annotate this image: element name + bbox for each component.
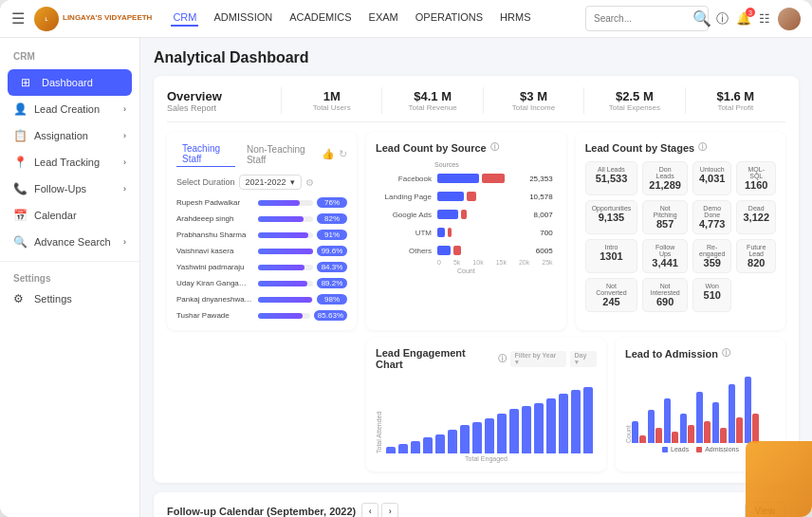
stage-label: Future Lead [743,244,769,257]
info-icon: ⓘ [490,141,499,154]
stage-label: Won [699,283,726,289]
staff-bar-fill [258,265,304,270]
logo-text: LINGAYA'S VIDYAPEETH [63,14,152,23]
source-bar-red [448,228,452,237]
stage-value: 9,135 [592,212,632,223]
bar-group [729,384,743,443]
bar-column [448,430,457,453]
nav-links: CRM ADMISSION ACADEMICS EXAM OPERATIONS … [171,11,532,27]
next-arrow[interactable]: › [381,503,398,518]
staff-item: Arahdeeep singh 82% [176,213,347,224]
help-icon[interactable]: ⓘ [716,10,729,28]
sidebar-item-calendar[interactable]: 📅 Calendar [0,202,139,229]
chart-footer: Count [376,268,557,274]
staff-bar-bg [258,216,313,222]
source-bar-blue [437,246,451,255]
sidebar-item-label: Advance Search [34,236,116,248]
bar-fill [398,444,408,453]
staff-item: Vaishnavi kasera 99.6% [176,246,347,256]
source-bars [437,244,530,257]
lead-source-card: Lead Count by Source ⓘ Sources Facebook … [366,132,566,330]
duration-label: Select Duration [176,177,235,187]
stat-label: Total Revenue [392,103,472,112]
overview-subtitle: Sales Report [167,103,281,113]
staff-bar-fill [258,249,313,254]
bar-column [485,418,494,453]
search-input[interactable] [594,13,689,24]
sidebar-item-advance-search[interactable]: 🔍 Advance Search › [0,229,139,255]
hamburger-icon[interactable]: ☰ [11,9,25,28]
source-bars [437,172,524,185]
stat-value: $4.1 M [392,89,472,103]
bar-red [672,432,678,443]
user-icon[interactable]: ☷ [759,11,770,26]
bar-red [655,428,662,443]
engagement-card: Lead Engagement Chart ⓘ Filter by Year ▾… [366,338,606,471]
bar-fill [509,409,519,453]
source-row: UTM 700 [379,226,553,239]
card-tabs: Teaching Staff Non-Teaching Staff 👍 ↻ [176,141,347,167]
staff-bar-bg [258,232,313,238]
source-bar-blue [437,228,445,237]
sidebar-item-settings[interactable]: ⚙ Settings [0,286,139,312]
notification-icon[interactable]: 🔔3 [736,11,751,26]
staff-bar-section: 98% [258,294,347,305]
prev-arrow[interactable]: ‹ [361,503,378,518]
day-label[interactable]: Day ▾ [570,351,598,367]
bar-fill [423,437,433,453]
search-icon: 🔍 [13,235,27,249]
nav-exam[interactable]: EXAM [367,11,400,27]
engagement-title: Lead Engagement Chart ⓘ Filter by Year ▾… [376,347,597,370]
bar-red [720,428,727,443]
sidebar-item-dashboard[interactable]: ⊞ Dashboard [8,69,132,96]
sidebar-item-lead-creation[interactable]: 👤 Lead Creation › [0,96,139,122]
nav-academics[interactable]: ACADEMICS [287,11,353,27]
legend-admissions: Admissions [696,446,739,452]
nav-crm[interactable]: CRM [171,11,198,27]
lead-tracking-icon: 📍 [13,156,27,169]
source-label: UTM [379,229,432,237]
filter-label[interactable]: Filter by Year ▾ [510,351,566,367]
legend-leads-label: Leads [671,446,689,452]
stat-value: 1M [291,89,372,103]
bar-column [472,422,482,453]
staff-percent: 85.63% [314,310,347,321]
staff-bar-bg [258,249,313,254]
nav-operations[interactable]: OPERATIONS [414,11,485,27]
staff-name: Yashwini padmaraju [176,263,252,271]
bar-blue [632,421,638,443]
bar-blue [745,377,751,443]
bar-fill [497,414,507,453]
admission-title: Lead to Admission ⓘ [625,347,776,360]
dashboard-icon: ⊞ [21,76,34,89]
sidebar-item-assignation[interactable]: 📋 Assignation › [0,122,139,149]
tab-non-teaching[interactable]: Non-Teaching Staff [241,142,316,167]
stat-label: Total Expenses [594,103,674,112]
stage-value: 690 [649,296,681,307]
stage-box: Not Interested 690 [642,278,688,312]
nav-admission[interactable]: ADMISSION [212,11,274,27]
sidebar-item-lead-tracking[interactable]: 📍 Lead Tracking › [0,149,139,175]
source-bar-red [467,192,476,201]
sidebar-item-follow-ups[interactable]: 📞 Follow-Ups › [0,175,139,202]
duration-dropdown[interactable]: 2021-2022 ▾ [239,175,302,190]
source-label: Others [379,247,432,255]
stage-label: MQL-SQL [743,166,769,179]
staff-bar-fill [258,313,303,319]
search-bar[interactable]: 🔍 [585,6,709,31]
stage-box: Demo Done 4,773 [692,200,732,234]
tab-teaching[interactable]: Teaching Staff [176,141,235,167]
staff-bar-bg [258,313,310,319]
legend-admissions-label: Admissions [705,446,739,452]
nav-arrows: ‹ › [361,503,398,518]
stat-label: Total Profit [695,103,776,112]
stage-value: 359 [699,257,726,268]
stage-value: 510 [699,289,726,301]
bar-column [411,441,420,453]
stage-label: All Leads [592,166,632,173]
avatar[interactable] [778,8,801,30]
nav-hrms[interactable]: HRMS [498,11,532,27]
bar-fill [472,422,482,453]
bar-fill [571,390,581,453]
source-row: Google Ads 8,007 [379,208,553,221]
